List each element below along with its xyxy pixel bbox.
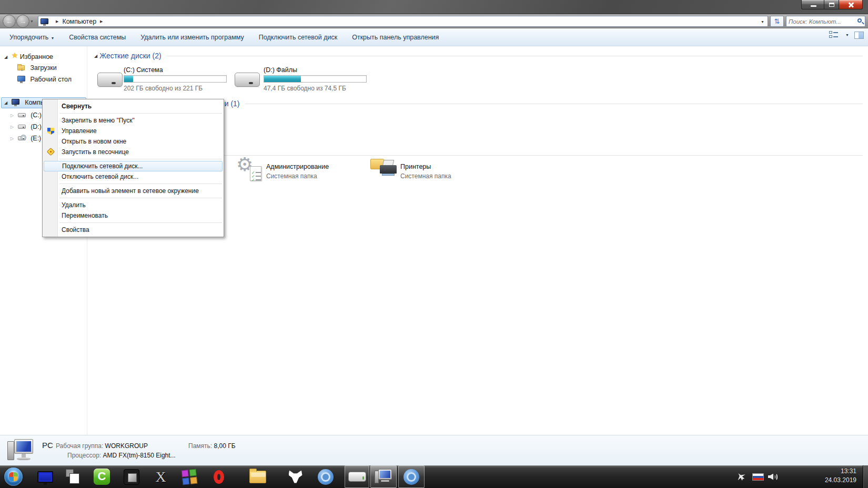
breadcrumb-arrow-icon[interactable]: ▶ xyxy=(100,19,103,24)
drive-d-icon[interactable] xyxy=(235,73,260,87)
cpu-field: Процессор: AMD FX(tm)-8150 Eight... xyxy=(67,452,176,459)
system-properties-button[interactable]: Свойства системы xyxy=(62,31,133,44)
hard-drive-icon xyxy=(18,123,26,130)
views-dropdown-icon[interactable]: ▼ xyxy=(845,33,849,37)
printer-icon xyxy=(380,165,397,174)
taskbar-item-foobar[interactable] xyxy=(283,465,308,488)
taskbar-item-torrent-app[interactable]: C xyxy=(89,465,114,488)
taskbar-item-explorer[interactable] xyxy=(245,465,270,488)
taskbar-item-computer-window[interactable] xyxy=(370,465,397,488)
command-toolbar: Упорядочить▼ Свойства системы Удалить ил… xyxy=(0,28,868,46)
taskbar-item-x-app[interactable]: X xyxy=(148,465,173,488)
taskbar: C X 13:31 24.03.2019 xyxy=(0,465,868,488)
taskbar-item-cpu-app[interactable] xyxy=(119,465,144,488)
show-desktop-button[interactable] xyxy=(863,465,868,488)
back-button[interactable]: ← xyxy=(3,15,16,28)
taskbar-item-drive-window[interactable] xyxy=(345,465,369,488)
uninstall-program-button[interactable]: Удалить или изменить программу xyxy=(133,31,251,44)
start-button[interactable] xyxy=(4,467,23,486)
forward-button[interactable]: → xyxy=(16,15,29,28)
menu-item-manage[interactable]: Управление xyxy=(43,126,224,136)
menu-item-disconnect-network-drive[interactable]: Отключить сетевой диск... xyxy=(43,171,224,182)
foobar-fox-icon xyxy=(289,471,302,483)
green-c-icon: C xyxy=(94,469,110,485)
menu-item-properties[interactable]: Свойства xyxy=(43,225,224,235)
tray-clock[interactable]: 13:31 24.03.2019 xyxy=(799,467,856,485)
sandboxie-icon xyxy=(47,148,55,156)
speaker-icon xyxy=(768,473,779,481)
menu-item-delete[interactable]: Удалить xyxy=(43,200,224,210)
uac-shield-icon xyxy=(47,128,54,135)
menu-item-map-network-drive[interactable]: Подключить сетевой диск... xyxy=(44,161,223,171)
expanded-icon[interactable]: ◢ xyxy=(4,55,7,59)
drive-c-name[interactable]: (C:) Система xyxy=(124,66,163,74)
drive-d-usage-bar xyxy=(264,75,367,83)
computer-icon xyxy=(375,469,392,485)
preview-pane-button[interactable] xyxy=(854,32,864,39)
collapsed-icon[interactable]: ▷ xyxy=(11,136,14,141)
expanded-icon[interactable]: ◢ xyxy=(4,100,7,105)
search-box xyxy=(786,16,865,27)
desktop-icon xyxy=(17,75,26,83)
memory-label: Память: xyxy=(188,442,212,450)
menu-item-run-in-sandbox[interactable]: Запустить в песочнице xyxy=(43,147,224,157)
sidebar-item-label[interactable]: Загрузки xyxy=(30,64,56,72)
taskbar-item-chromium-window[interactable] xyxy=(398,465,425,488)
administration-icon[interactable]: ⚙ ✓ ✓ ✓ xyxy=(236,157,264,181)
drive-c-icon[interactable] xyxy=(97,73,123,87)
breadcrumb-arrow-icon: ▶ xyxy=(56,19,58,24)
window-controls xyxy=(801,0,863,9)
cpu-value: AMD FX(tm)-8150 Eight... xyxy=(103,452,176,459)
section-title[interactable]: Жесткие диски (2) xyxy=(99,52,162,60)
search-icon xyxy=(857,18,862,23)
minimize-button[interactable] xyxy=(801,0,824,9)
refresh-icon: ⇅ xyxy=(774,17,780,25)
maximize-button[interactable] xyxy=(824,0,839,9)
tray-volume[interactable] xyxy=(768,465,779,488)
monitor-app-icon xyxy=(37,471,53,483)
refresh-button[interactable]: ⇅ xyxy=(770,16,784,27)
map-network-drive-button[interactable]: Подключить сетевой диск xyxy=(251,31,345,44)
overlapping-squares-icon xyxy=(65,469,80,485)
menu-item-rename[interactable]: Переименовать xyxy=(43,210,224,221)
context-menu: Свернуть Закрепить в меню "Пуск" Управле… xyxy=(42,99,224,237)
taskbar-item-chromium[interactable] xyxy=(313,465,338,488)
close-button[interactable] xyxy=(839,0,863,9)
sidebar-item-desktop[interactable]: Рабочий стол xyxy=(17,74,72,85)
airplane-icon xyxy=(734,470,748,483)
administration-type: Системная папка xyxy=(266,172,317,180)
taskbar-item-archiver-app[interactable] xyxy=(177,465,201,488)
sidebar-item-downloads[interactable]: ↓ Загрузки xyxy=(17,63,57,73)
collapsed-icon[interactable]: ▷ xyxy=(11,125,14,129)
sidebar-item-label[interactable]: Избранное xyxy=(20,53,53,60)
address-dropdown-icon[interactable]: ▼ xyxy=(761,20,764,24)
change-view-button[interactable] xyxy=(829,31,838,39)
administration-label[interactable]: Администрирование xyxy=(266,163,329,170)
organize-button[interactable]: Упорядочить▼ xyxy=(2,31,62,44)
collapsed-icon[interactable]: ▷ xyxy=(11,113,14,118)
menu-item-add-network-location[interactable]: Добавить новый элемент в сетевое окружен… xyxy=(43,186,224,196)
taskbar-item-capture-app[interactable] xyxy=(60,465,85,488)
open-control-panel-button[interactable]: Открыть панель управления xyxy=(345,31,446,44)
section-header-hdd[interactable]: ◢ Жесткие диски (2) xyxy=(94,52,863,60)
tray-language-indicator[interactable] xyxy=(752,465,764,488)
sidebar-item-label[interactable]: Рабочий стол xyxy=(30,76,71,83)
breadcrumb-location[interactable]: Компьютер xyxy=(62,18,96,25)
printers-icon[interactable] xyxy=(370,157,398,181)
history-dropdown[interactable]: ▼ xyxy=(30,19,34,23)
sidebar-item-favorites[interactable]: ◢ ★ Избранное xyxy=(4,51,53,62)
menu-item-open-new-window[interactable]: Открыть в новом окне xyxy=(43,136,224,147)
address-input[interactable]: ▶ Компьютер ▶ ▼ xyxy=(38,16,768,27)
computer-icon xyxy=(12,98,21,106)
taskbar-item-display-app[interactable] xyxy=(33,465,57,488)
menu-item-pin-to-start[interactable]: Закрепить в меню "Пуск" xyxy=(43,115,224,126)
clock-time: 13:31 xyxy=(799,467,856,476)
search-input[interactable] xyxy=(789,17,855,26)
tray-airplane[interactable] xyxy=(736,465,746,488)
workgroup-label: Рабочая группа: xyxy=(56,442,103,450)
printers-label[interactable]: Принтеры xyxy=(400,163,431,170)
taskbar-item-opera[interactable] xyxy=(206,465,231,488)
russian-flag-icon xyxy=(752,473,764,481)
drive-d-name[interactable]: (D:) Файлы xyxy=(264,66,297,74)
menu-item-collapse[interactable]: Свернуть xyxy=(43,101,224,111)
